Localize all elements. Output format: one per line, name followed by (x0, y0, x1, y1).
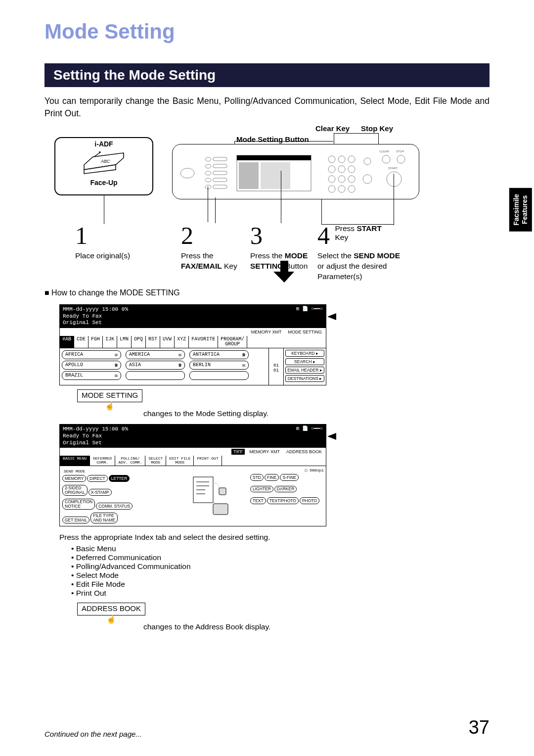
document-preview-icon (190, 474, 235, 519)
bullet-item: • Select Mode (71, 571, 490, 580)
list-item: BRAZIL✉ (62, 371, 121, 380)
screen2-tab: EDIT FILE MODE (166, 456, 194, 466)
pill-button: TEXT (250, 497, 266, 504)
svg-rect-41 (219, 488, 226, 495)
svg-point-25 (328, 186, 335, 192)
list-item: APOLLO☎ (62, 361, 121, 370)
step-num-2: 2 (181, 221, 193, 250)
svg-text:STOP: STOP (396, 150, 404, 153)
svg-point-32 (387, 172, 401, 187)
screen2-tab: PRINT OUT (194, 456, 222, 466)
svg-text:START: START (388, 167, 398, 170)
pill-button: TEXT/PHOTO (267, 497, 299, 504)
arrow-left-icon (327, 433, 336, 440)
svg-point-27 (348, 186, 355, 192)
side-tab-facsimile-features: Facsimile Features (509, 188, 532, 232)
bullet-item: • Basic Menu (71, 544, 490, 553)
stop-key-label: Stop Key (361, 124, 393, 133)
screen1-tab: RST (146, 336, 160, 348)
svg-point-2 (205, 157, 211, 161)
svg-point-24 (348, 176, 355, 183)
svg-point-1 (180, 168, 194, 178)
pill-button: DIRECT (87, 475, 108, 482)
hand-icon: ☝ (105, 401, 115, 411)
address-book-touch-button[interactable]: ADDRESS BOOK ☝ (77, 603, 145, 615)
iadf-label: i-ADF (55, 140, 152, 148)
svg-point-21 (348, 166, 355, 173)
bullet-item: • Polling/Advanced Communication (71, 562, 490, 571)
step-num-3: 3 (250, 221, 263, 250)
svg-point-31 (397, 155, 405, 163)
hand-icon: ☝ (106, 614, 116, 624)
face-up-label: Face-Up (55, 179, 152, 187)
pill-button: COMM. STATUS (96, 503, 133, 510)
section-header: Setting the Mode Setting (44, 63, 490, 87)
pill-button: LETTER (109, 475, 130, 482)
mode-setting-touch-button[interactable]: MODE SETTING ☝ (77, 389, 142, 402)
svg-rect-3 (213, 157, 227, 161)
clear-key-label: Clear Key (315, 124, 350, 133)
howto-heading: ■ How to change the MODE SETTING (44, 288, 490, 297)
pill-button: COMPLETION NOTICE (62, 499, 95, 510)
svg-point-20 (338, 166, 345, 173)
svg-point-26 (338, 186, 345, 192)
svg-rect-15 (261, 162, 290, 189)
svg-point-4 (205, 164, 211, 168)
pill-button: LIGHTER (250, 486, 273, 493)
screen1-tab: UVW (160, 336, 175, 348)
mode-setting-button-label: Mode Setting Button (236, 135, 309, 143)
screen2-tab: SELECT MODE (145, 456, 166, 466)
list-item: AFRICA✉ (62, 350, 121, 359)
svg-rect-14 (239, 162, 259, 189)
svg-point-8 (205, 178, 211, 182)
caption-1: changes to the Mode Setting display. (143, 409, 490, 418)
intro-paragraph: You can temporarily change the Basic Men… (44, 95, 490, 120)
pill-button: GET EMAIL (62, 517, 89, 523)
step-caption-1: Place original(s) (75, 251, 159, 261)
svg-rect-7 (213, 171, 227, 175)
step-num-1: 1 (75, 221, 88, 250)
pill-button: STD (250, 474, 264, 481)
iadf-box: i-ADF ABC Face-Up (54, 137, 153, 195)
step-caption-4: Select the SEND MODE or adjust the desir… (317, 251, 431, 282)
svg-point-28 (364, 158, 371, 165)
list-item: AMERICA✉ (126, 350, 185, 359)
svg-point-29 (363, 175, 372, 184)
control-panel-icon: CLEAR STOP START (173, 144, 420, 200)
page-number: 37 (469, 717, 490, 738)
svg-point-18 (348, 156, 355, 163)
pill-button: PHOTO (300, 497, 319, 504)
memory-xmt-tab: MEMORY XMT (249, 329, 284, 335)
control-panel: CLEAR STOP START (172, 144, 419, 199)
pill-button: MEMORY (62, 475, 86, 482)
step-2: 2 Press the FAX/EMAIL Key (181, 221, 250, 272)
svg-point-10 (205, 185, 211, 189)
svg-point-17 (338, 156, 345, 163)
list-item: BERLIN✉ (189, 361, 249, 370)
screen2-tab: POLLING/ ADV. COMM. (115, 456, 145, 466)
screen-2: MMM-dd-yyyy 15:00 0% Ready To Fax Origin… (59, 424, 326, 526)
step-num-4: 4 (317, 221, 330, 250)
list-item: ASIA☎ (126, 361, 185, 370)
svg-point-19 (328, 166, 335, 173)
pill-button: S-FINE (280, 474, 299, 481)
address-book-tab: ADDRESS BOOK (284, 448, 324, 455)
screen1-tab: FGH (89, 336, 103, 348)
screen1-right-button: EMAIL HEADER ▸ (285, 367, 324, 374)
instruction-text: Press the appropriate Index tab and sele… (59, 531, 490, 543)
screen1-tabs: #ABCDEFGHIJKLMNOPQRSTUVWXYZFAVORITEPROGR… (60, 336, 326, 348)
pill-button: DARKER (274, 486, 297, 493)
screen1-tab: OPQ (132, 336, 146, 348)
pill-button: FILE TYPE AND NAME (90, 513, 118, 523)
screen1-tab: FAVORITE (189, 336, 218, 348)
diagram-area: Clear Key Stop Key Mode Setting Button i… (44, 126, 490, 275)
bullet-item: • Deferred Communication (71, 553, 490, 562)
screen1-right-button: SEARCH ▸ (285, 358, 324, 365)
svg-rect-42 (213, 504, 228, 515)
screen2-tab: BASIC MENU (60, 456, 90, 466)
page-title: Mode Setting (44, 20, 490, 44)
screen2-tab: DEFERRED COMM. (90, 456, 115, 466)
screen1-tab: CDE (74, 336, 89, 348)
screen1-tab: #AB (60, 336, 74, 348)
screen1-right-button: DESTINATIONS ▸ (285, 375, 324, 382)
